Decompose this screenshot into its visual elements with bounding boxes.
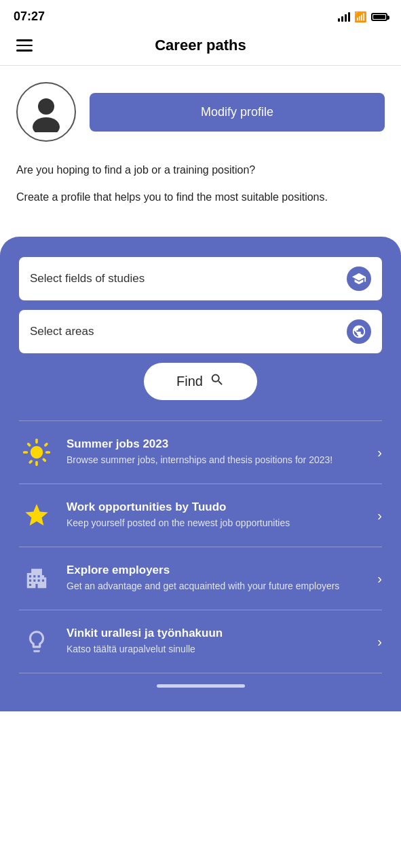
description-section: Are you hoping to find a job or a traini… xyxy=(0,155,401,237)
list-item-title: Vinkit urallesi ja työnhakuun xyxy=(66,627,365,640)
lightbulb-icon xyxy=(19,624,54,659)
building-icon xyxy=(19,561,54,596)
areas-selector[interactable]: Select areas xyxy=(19,310,382,353)
list-item-content: Summer jobs 2023 Browse summer jobs, int… xyxy=(66,437,365,467)
avatar-svg xyxy=(26,92,66,132)
list-item-content: Explore employers Get an advantage and g… xyxy=(66,564,365,593)
find-button[interactable]: Find xyxy=(144,363,257,400)
list-item-subtitle: Keep yourself posted on the newest job o… xyxy=(66,517,365,530)
fields-of-studies-label: Select fields of studies xyxy=(30,272,347,285)
battery-icon xyxy=(371,13,387,21)
description-paragraph-2: Create a profile that helps you to find … xyxy=(16,189,385,205)
list-item[interactable]: Work opportunities by Tuudo Keep yoursel… xyxy=(19,484,382,547)
sun-icon xyxy=(19,435,54,470)
signal-icon xyxy=(338,12,350,22)
list-item[interactable]: Summer jobs 2023 Browse summer jobs, int… xyxy=(19,421,382,484)
list-item-title: Explore employers xyxy=(66,564,365,577)
home-indicator xyxy=(19,673,382,693)
page-title: Career paths xyxy=(155,37,246,54)
description-paragraph-1: Are you hoping to find a job or a traini… xyxy=(16,162,385,178)
list-item[interactable]: Vinkit urallesi ja työnhakuun Katso tääl… xyxy=(19,610,382,673)
list-section: Summer jobs 2023 Browse summer jobs, int… xyxy=(19,420,382,673)
modify-profile-button[interactable]: Modify profile xyxy=(90,93,385,132)
status-icons: 📶 xyxy=(338,11,387,23)
find-button-container: Find xyxy=(19,363,382,400)
list-item[interactable]: Explore employers Get an advantage and g… xyxy=(19,547,382,610)
graduation-cap-icon xyxy=(347,267,371,291)
status-bar: 07:27 📶 xyxy=(0,0,401,30)
wifi-icon: 📶 xyxy=(354,11,367,23)
blue-section: Select fields of studies Select areas Fi… xyxy=(0,237,401,711)
svg-point-0 xyxy=(38,98,54,115)
list-item-content: Vinkit urallesi ja työnhakuun Katso tääl… xyxy=(66,627,365,656)
find-button-label: Find xyxy=(176,374,203,389)
search-icon xyxy=(210,372,225,391)
header: Career paths xyxy=(0,30,401,65)
svg-point-1 xyxy=(33,117,60,132)
list-item-title: Summer jobs 2023 xyxy=(66,437,365,451)
list-item-content: Work opportunities by Tuudo Keep yoursel… xyxy=(66,500,365,530)
fields-of-studies-selector[interactable]: Select fields of studies xyxy=(19,257,382,300)
avatar xyxy=(16,82,76,142)
list-item-title: Work opportunities by Tuudo xyxy=(66,500,365,514)
areas-label: Select areas xyxy=(30,325,347,338)
hamburger-menu-button[interactable] xyxy=(14,37,35,54)
profile-section: Modify profile xyxy=(0,66,401,155)
list-item-subtitle: Browse summer jobs, internships and thes… xyxy=(66,454,365,467)
chevron-right-icon: › xyxy=(377,634,382,650)
list-item-subtitle: Katso täältä urapalvelut sinulle xyxy=(66,643,365,656)
list-item-subtitle: Get an advantage and get acquainted with… xyxy=(66,580,365,593)
star-icon xyxy=(19,498,54,533)
chevron-right-icon: › xyxy=(377,445,382,460)
status-time: 07:27 xyxy=(14,9,45,24)
chevron-right-icon: › xyxy=(377,508,382,524)
home-bar xyxy=(157,684,245,688)
chevron-right-icon: › xyxy=(377,571,382,587)
globe-icon xyxy=(347,319,371,344)
